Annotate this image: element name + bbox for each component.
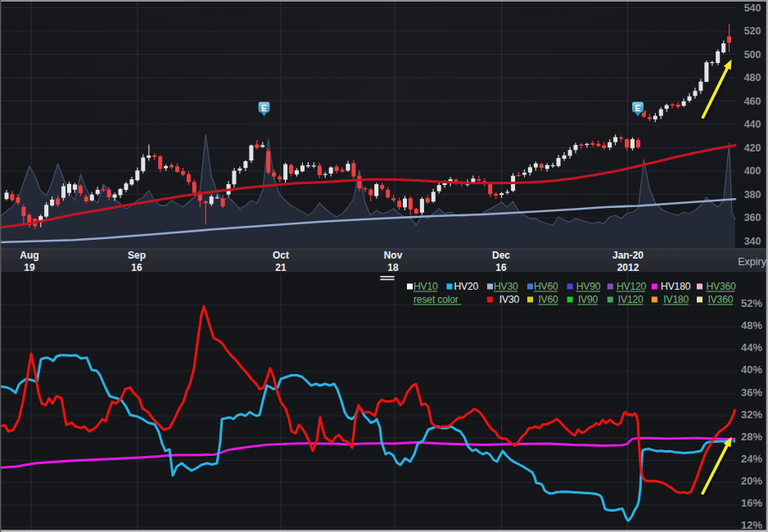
svg-text:HV90: HV90 — [576, 281, 601, 292]
svg-text:19: 19 — [24, 262, 35, 273]
svg-text:IV90: IV90 — [578, 294, 599, 305]
svg-text:Dec: Dec — [492, 250, 510, 261]
svg-text:52%: 52% — [741, 297, 762, 309]
svg-text:18: 18 — [387, 262, 399, 273]
svg-text:24%: 24% — [741, 453, 762, 465]
svg-text:HV180: HV180 — [661, 281, 691, 292]
svg-text:340: 340 — [744, 236, 761, 247]
svg-text:21: 21 — [275, 262, 287, 273]
svg-text:28%: 28% — [741, 431, 762, 443]
svg-text:380: 380 — [744, 189, 761, 201]
svg-text:520: 520 — [744, 25, 761, 37]
svg-text:IV60: IV60 — [538, 294, 558, 305]
svg-text:40%: 40% — [741, 363, 762, 376]
svg-text:16: 16 — [131, 262, 142, 273]
svg-text:HV360: HV360 — [706, 281, 736, 292]
svg-text:460: 460 — [744, 96, 761, 107]
svg-text:Aug: Aug — [20, 250, 38, 261]
svg-text:E: E — [261, 103, 267, 113]
svg-text:Jan-20: Jan-20 — [612, 250, 644, 261]
svg-text:2012: 2012 — [617, 262, 639, 273]
svg-text:Oct: Oct — [273, 250, 289, 261]
svg-text:500: 500 — [744, 49, 761, 61]
svg-text:20%: 20% — [741, 475, 762, 487]
svg-text:540: 540 — [744, 2, 761, 14]
svg-text:Nov: Nov — [384, 250, 403, 261]
svg-text:48%: 48% — [741, 319, 762, 331]
svg-text:16%: 16% — [741, 497, 762, 509]
svg-text:IV30: IV30 — [499, 294, 520, 305]
svg-text:Sep: Sep — [128, 250, 146, 261]
svg-text:420: 420 — [744, 142, 761, 154]
svg-text:E: E — [635, 103, 640, 113]
svg-text:HV10: HV10 — [413, 281, 438, 292]
svg-text:HV60: HV60 — [534, 281, 558, 292]
svg-text:440: 440 — [744, 119, 761, 130]
svg-text:reset color: reset color — [413, 294, 459, 305]
svg-text:IV180: IV180 — [663, 294, 689, 305]
svg-text:32%: 32% — [741, 408, 762, 421]
svg-text:HV20: HV20 — [454, 281, 479, 292]
svg-text:IV120: IV120 — [618, 294, 644, 305]
svg-text:HV120: HV120 — [617, 281, 647, 292]
svg-text:44%: 44% — [741, 341, 762, 354]
svg-text:480: 480 — [744, 72, 761, 83]
svg-text:12%: 12% — [741, 519, 762, 531]
svg-text:400: 400 — [744, 165, 761, 177]
svg-text:360: 360 — [744, 212, 761, 223]
svg-text:IV360: IV360 — [708, 294, 734, 305]
svg-text:36%: 36% — [741, 386, 762, 399]
svg-text:16: 16 — [495, 262, 507, 273]
svg-text:HV30: HV30 — [494, 281, 518, 292]
svg-text:Expiry: Expiry — [738, 256, 766, 268]
